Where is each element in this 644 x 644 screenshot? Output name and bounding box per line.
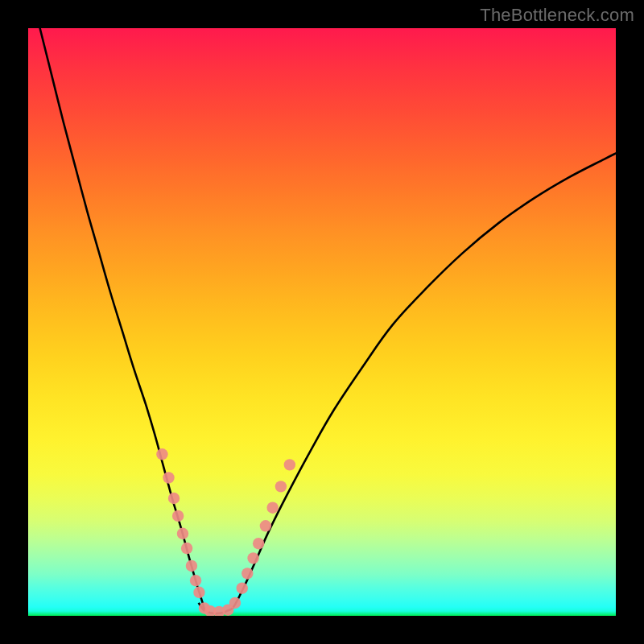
data-marker <box>275 481 287 492</box>
data-marker <box>247 552 258 564</box>
data-marker <box>260 520 271 531</box>
data-marker <box>266 502 278 513</box>
plot-area <box>28 28 616 616</box>
data-marker <box>156 448 167 460</box>
bottleneck-curve <box>40 28 616 613</box>
data-markers <box>156 448 295 616</box>
data-marker <box>193 587 204 598</box>
watermark-text: TheBottleneck.com <box>480 5 634 26</box>
outer-frame: TheBottleneck.com <box>0 0 644 644</box>
data-marker <box>242 568 253 579</box>
data-marker <box>229 597 241 609</box>
curve-path <box>40 28 616 613</box>
data-marker <box>253 538 264 549</box>
chart-svg <box>28 28 616 616</box>
data-marker <box>181 543 192 554</box>
data-marker <box>237 582 248 593</box>
data-marker <box>177 528 188 539</box>
data-marker <box>172 510 184 522</box>
data-marker <box>163 472 174 483</box>
data-marker <box>168 493 180 504</box>
data-marker <box>190 575 201 586</box>
data-marker <box>284 459 295 470</box>
data-marker <box>186 560 197 572</box>
